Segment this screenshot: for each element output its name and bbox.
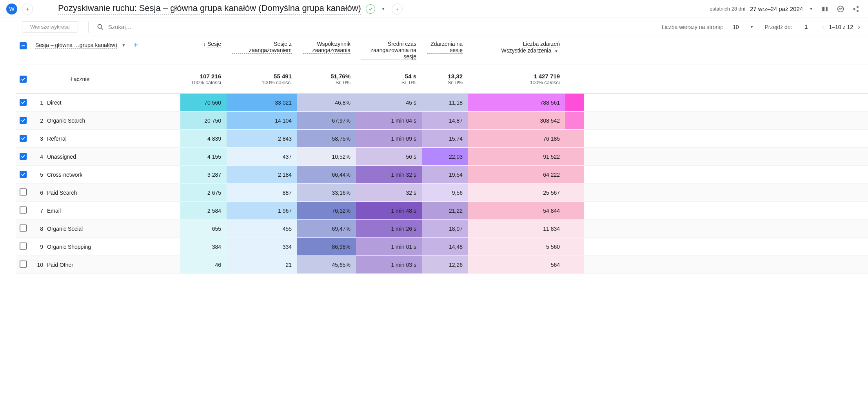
- metric-cell: 54 844: [468, 202, 565, 219]
- table-row: 5Cross-network3 2872 18466,44%1 min 32 s…: [16, 166, 868, 184]
- chevron-down-icon: ▼: [748, 23, 755, 31]
- column-header[interactable]: Liczba zdarzeńWszystkie zdarzenia ▼: [468, 41, 565, 60]
- row-checkbox[interactable]: [20, 117, 27, 124]
- search-input[interactable]: [108, 24, 187, 30]
- row-checkbox[interactable]: [20, 206, 27, 214]
- status-check-icon[interactable]: [366, 4, 375, 14]
- metric-cell: 1 min 26 s: [356, 220, 422, 237]
- row-bar: [565, 184, 584, 201]
- svg-point-6: [857, 10, 858, 11]
- table-row: 9Organic Shopping38433486,98%1 min 01 s1…: [16, 238, 868, 256]
- row-dimension[interactable]: Unassigned: [47, 154, 180, 160]
- row-bar: [565, 94, 584, 111]
- pager-prev-icon[interactable]: ‹: [821, 21, 826, 33]
- row-dimension[interactable]: Referral: [47, 136, 180, 142]
- table-row: 7Email2 5841 96776,12%1 min 48 s21,2254 …: [16, 202, 868, 220]
- metric-cell: 437: [227, 148, 297, 165]
- row-checkbox[interactable]: [20, 243, 27, 250]
- add-comparison-button[interactable]: +: [392, 4, 403, 14]
- title-dropdown-icon[interactable]: ▼: [380, 5, 387, 13]
- metric-cell: 2 584: [180, 202, 227, 219]
- row-checkbox[interactable]: [20, 188, 27, 196]
- row-bar: [565, 202, 584, 219]
- metric-cell: 308 542: [468, 112, 565, 129]
- dimension-label: Sesja – główna …grupa kanałów): [35, 42, 117, 49]
- column-header[interactable]: Zdarzenia na sesję: [422, 41, 468, 60]
- metric-cell: 76,12%: [297, 202, 356, 219]
- search-box: [88, 22, 656, 33]
- compare-columns-icon[interactable]: [819, 4, 830, 14]
- table-header-row: Sesja – główna …grupa kanałów) ▼ + ↓Sesj…: [16, 36, 868, 65]
- row-dimension[interactable]: Organic Shopping: [47, 244, 180, 250]
- row-checkbox[interactable]: [20, 261, 27, 268]
- row-bar: [565, 220, 584, 237]
- total-cell: 51,76%Śr. 0%: [297, 65, 356, 93]
- metric-cell: 33 021: [227, 94, 297, 111]
- row-checkbox[interactable]: [20, 224, 27, 232]
- dimension-header[interactable]: Sesja – główna …grupa kanałów) ▼ +: [35, 41, 180, 50]
- column-header[interactable]: Sesje z zaangażowaniem: [227, 41, 297, 60]
- metric-cell: 45,65%: [297, 256, 356, 273]
- row-index: 2: [35, 118, 47, 124]
- page-header: W + Pozyskiwanie ruchu: Sesja – główna g…: [0, 0, 868, 18]
- row-checkbox[interactable]: [20, 135, 27, 142]
- add-tab-button[interactable]: +: [22, 4, 33, 14]
- row-bar: [565, 238, 584, 255]
- row-index: 4: [35, 154, 47, 160]
- metric-cell: 25 567: [468, 184, 565, 201]
- row-dimension[interactable]: Cross-network: [47, 172, 180, 178]
- svg-point-4: [853, 8, 855, 9]
- row-dimension[interactable]: Organic Social: [47, 226, 180, 232]
- metric-cell: 788 561: [468, 94, 565, 111]
- svg-point-7: [98, 24, 102, 28]
- metric-cell: 1 min 04 s: [356, 112, 422, 129]
- workspace-avatar[interactable]: W: [6, 4, 17, 14]
- metric-cell: 56 s: [356, 148, 422, 165]
- row-checkbox[interactable]: [20, 171, 27, 178]
- row-bar: [565, 112, 584, 129]
- row-index: 6: [35, 190, 47, 196]
- column-header[interactable]: Średni czas zaangażowania na sesję: [356, 41, 422, 60]
- metric-cell: 64 222: [468, 166, 565, 183]
- row-bar: [565, 166, 584, 183]
- chart-rows-button[interactable]: Wiersze wykresu: [22, 21, 78, 33]
- table-row: 4Unassigned4 15543710,52%56 s22,0391 522: [16, 148, 868, 166]
- add-dimension-button[interactable]: +: [130, 41, 141, 50]
- row-dimension[interactable]: Paid Other: [47, 262, 180, 268]
- share-icon[interactable]: [851, 4, 862, 14]
- metric-cell: 9,56: [422, 184, 468, 201]
- date-dropdown-icon[interactable]: ▼: [808, 5, 815, 13]
- column-header[interactable]: ↓Sesje: [180, 41, 227, 60]
- insights-icon[interactable]: [835, 4, 846, 14]
- metric-cell: 22,03: [422, 148, 468, 165]
- metric-cell: 14,87: [422, 112, 468, 129]
- metric-cell: 18,07: [422, 220, 468, 237]
- row-index: 9: [35, 244, 47, 250]
- row-checkbox[interactable]: [20, 153, 27, 160]
- row-dimension[interactable]: Direct: [47, 100, 180, 106]
- metric-cell: 1 967: [227, 202, 297, 219]
- metric-cell: 19,54: [422, 166, 468, 183]
- rows-per-page-select[interactable]: 10 ▼: [730, 22, 758, 32]
- column-header[interactable]: Współczynnik zaangażowania: [297, 41, 356, 60]
- select-all-checkbox[interactable]: [20, 42, 27, 49]
- column-label: Współczynnik zaangażowania: [303, 41, 350, 54]
- rows-per-page-value: 10: [733, 24, 739, 30]
- date-range-value[interactable]: 27 wrz–24 paź 2024: [750, 5, 803, 12]
- total-checkbox[interactable]: [20, 76, 27, 83]
- metric-cell: 86,98%: [297, 238, 356, 255]
- table-row: 8Organic Social65545569,47%1 min 26 s18,…: [16, 220, 868, 238]
- table-row: 2Organic Search20 75014 10467,97%1 min 0…: [16, 112, 868, 130]
- row-dimension[interactable]: Email: [47, 208, 180, 214]
- row-index: 5: [35, 172, 47, 178]
- metric-cell: 5 560: [468, 238, 565, 255]
- row-dimension[interactable]: Paid Search: [47, 190, 180, 196]
- column-sublabel: Wszystkie zdarzenia ▼: [501, 47, 560, 54]
- row-dimension[interactable]: Organic Search: [47, 118, 180, 124]
- table-row: 1Direct70 56033 02146,8%45 s11,18788 561: [16, 94, 868, 112]
- pager-next-icon[interactable]: ›: [856, 21, 862, 33]
- goto-input[interactable]: [799, 24, 814, 30]
- metric-cell: 4 155: [180, 148, 227, 165]
- row-checkbox[interactable]: [20, 99, 27, 106]
- metric-cell: 384: [180, 238, 227, 255]
